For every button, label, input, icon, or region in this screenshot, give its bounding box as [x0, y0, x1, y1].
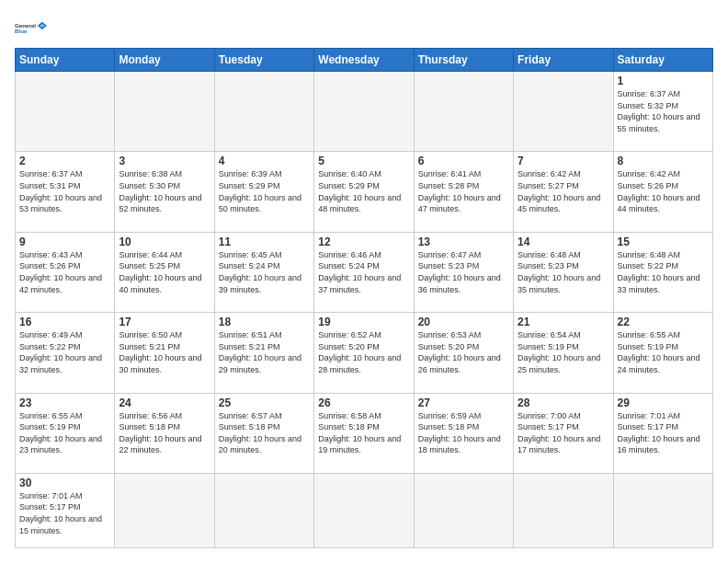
day-info: Sunrise: 7:01 AM Sunset: 5:17 PM Dayligh… — [19, 490, 110, 536]
calendar-cell — [414, 72, 513, 152]
calendar-cell — [115, 473, 214, 547]
calendar-cell: 9Sunrise: 6:43 AM Sunset: 5:26 PM Daylig… — [16, 232, 115, 312]
day-info: Sunrise: 6:41 AM Sunset: 5:28 PM Dayligh… — [418, 168, 509, 214]
day-number: 15 — [618, 236, 709, 248]
svg-text:Blue: Blue — [15, 28, 28, 34]
day-number: 30 — [19, 477, 110, 489]
day-info: Sunrise: 6:40 AM Sunset: 5:29 PM Dayligh… — [318, 168, 409, 214]
day-info: Sunrise: 6:48 AM Sunset: 5:22 PM Dayligh… — [618, 249, 709, 295]
week-row-2: 2Sunrise: 6:37 AM Sunset: 5:31 PM Daylig… — [16, 152, 713, 232]
calendar-cell — [314, 72, 414, 152]
day-info: Sunrise: 6:52 AM Sunset: 5:20 PM Dayligh… — [318, 329, 409, 375]
day-info: Sunrise: 6:55 AM Sunset: 5:19 PM Dayligh… — [618, 329, 709, 375]
calendar-cell: 16Sunrise: 6:49 AM Sunset: 5:22 PM Dayli… — [16, 313, 115, 393]
day-info: Sunrise: 6:50 AM Sunset: 5:21 PM Dayligh… — [119, 329, 210, 375]
calendar-cell — [613, 473, 712, 547]
calendar-cell: 3Sunrise: 6:38 AM Sunset: 5:30 PM Daylig… — [115, 152, 214, 232]
calendar-cell: 17Sunrise: 6:50 AM Sunset: 5:21 PM Dayli… — [115, 313, 214, 393]
page: General Blue SundayMondayTuesdayWednesda… — [0, 0, 728, 563]
day-number: 8 — [618, 155, 709, 167]
day-number: 21 — [518, 316, 609, 328]
day-info: Sunrise: 6:48 AM Sunset: 5:23 PM Dayligh… — [518, 249, 609, 295]
calendar-cell — [16, 72, 115, 152]
day-number: 14 — [518, 236, 609, 248]
day-number: 12 — [318, 236, 409, 248]
calendar-cell: 22Sunrise: 6:55 AM Sunset: 5:19 PM Dayli… — [613, 313, 712, 393]
day-number: 4 — [219, 155, 310, 167]
day-info: Sunrise: 7:01 AM Sunset: 5:17 PM Dayligh… — [618, 410, 709, 456]
day-info: Sunrise: 6:56 AM Sunset: 5:18 PM Dayligh… — [119, 410, 210, 456]
day-number: 3 — [119, 155, 210, 167]
week-row-6: 30Sunrise: 7:01 AM Sunset: 5:17 PM Dayli… — [16, 473, 713, 547]
calendar-cell: 25Sunrise: 6:57 AM Sunset: 5:18 PM Dayli… — [214, 393, 313, 473]
calendar-cell: 12Sunrise: 6:46 AM Sunset: 5:24 PM Dayli… — [314, 232, 414, 312]
day-header-sunday: Sunday — [16, 49, 115, 72]
calendar-cell — [214, 72, 313, 152]
calendar-cell: 4Sunrise: 6:39 AM Sunset: 5:29 PM Daylig… — [214, 152, 313, 232]
calendar-cell: 19Sunrise: 6:52 AM Sunset: 5:20 PM Dayli… — [314, 313, 414, 393]
day-number: 13 — [418, 236, 509, 248]
day-info: Sunrise: 6:45 AM Sunset: 5:24 PM Dayligh… — [219, 249, 310, 295]
calendar-cell: 27Sunrise: 6:59 AM Sunset: 5:18 PM Dayli… — [414, 393, 513, 473]
day-number: 7 — [518, 155, 609, 167]
day-header-wednesday: Wednesday — [314, 49, 414, 72]
calendar-cell: 20Sunrise: 6:53 AM Sunset: 5:20 PM Dayli… — [414, 313, 513, 393]
calendar-cell: 13Sunrise: 6:47 AM Sunset: 5:23 PM Dayli… — [414, 232, 513, 312]
calendar-cell — [314, 473, 414, 547]
calendar-cell: 10Sunrise: 6:44 AM Sunset: 5:25 PM Dayli… — [115, 232, 214, 312]
day-info: Sunrise: 6:42 AM Sunset: 5:26 PM Dayligh… — [618, 168, 709, 214]
day-number: 24 — [119, 396, 210, 409]
day-info: Sunrise: 6:37 AM Sunset: 5:32 PM Dayligh… — [618, 88, 709, 134]
calendar-cell: 15Sunrise: 6:48 AM Sunset: 5:22 PM Dayli… — [613, 232, 712, 312]
calendar-cell: 28Sunrise: 7:00 AM Sunset: 5:17 PM Dayli… — [514, 393, 613, 473]
day-number: 27 — [418, 396, 509, 409]
calendar-cell: 29Sunrise: 7:01 AM Sunset: 5:17 PM Dayli… — [613, 393, 712, 473]
day-number: 29 — [618, 396, 709, 409]
day-info: Sunrise: 6:44 AM Sunset: 5:25 PM Dayligh… — [119, 249, 210, 295]
week-row-5: 23Sunrise: 6:55 AM Sunset: 5:19 PM Dayli… — [16, 393, 713, 473]
day-number: 20 — [418, 316, 509, 328]
day-info: Sunrise: 6:51 AM Sunset: 5:21 PM Dayligh… — [219, 329, 310, 375]
day-info: Sunrise: 6:47 AM Sunset: 5:23 PM Dayligh… — [418, 249, 509, 295]
day-info: Sunrise: 6:49 AM Sunset: 5:22 PM Dayligh… — [19, 329, 110, 375]
calendar-cell: 1Sunrise: 6:37 AM Sunset: 5:32 PM Daylig… — [613, 72, 712, 152]
day-number: 16 — [19, 316, 110, 328]
day-header-monday: Monday — [115, 49, 214, 72]
logo: General Blue — [15, 15, 48, 40]
day-info: Sunrise: 6:38 AM Sunset: 5:30 PM Dayligh… — [119, 168, 210, 214]
day-info: Sunrise: 6:46 AM Sunset: 5:24 PM Dayligh… — [318, 249, 409, 295]
day-info: Sunrise: 6:42 AM Sunset: 5:27 PM Dayligh… — [518, 168, 609, 214]
day-header-friday: Friday — [514, 49, 613, 72]
calendar-cell: 7Sunrise: 6:42 AM Sunset: 5:27 PM Daylig… — [514, 152, 613, 232]
calendar-cell: 21Sunrise: 6:54 AM Sunset: 5:19 PM Dayli… — [514, 313, 613, 393]
day-number: 11 — [219, 236, 310, 248]
calendar-cell — [514, 72, 613, 152]
header-row: SundayMondayTuesdayWednesdayThursdayFrid… — [16, 49, 713, 72]
day-info: Sunrise: 7:00 AM Sunset: 5:17 PM Dayligh… — [518, 410, 609, 456]
day-header-tuesday: Tuesday — [214, 49, 313, 72]
calendar-cell: 5Sunrise: 6:40 AM Sunset: 5:29 PM Daylig… — [314, 152, 414, 232]
calendar-cell — [414, 473, 513, 547]
day-number: 18 — [219, 316, 310, 328]
day-number: 25 — [219, 396, 310, 409]
week-row-3: 9Sunrise: 6:43 AM Sunset: 5:26 PM Daylig… — [16, 232, 713, 312]
calendar-cell — [214, 473, 313, 547]
day-number: 23 — [19, 396, 110, 409]
header: General Blue — [15, 15, 713, 40]
day-number: 19 — [318, 316, 409, 328]
day-info: Sunrise: 6:57 AM Sunset: 5:18 PM Dayligh… — [219, 410, 310, 456]
day-info: Sunrise: 6:53 AM Sunset: 5:20 PM Dayligh… — [418, 329, 509, 375]
day-number: 2 — [19, 155, 110, 167]
day-number: 9 — [19, 236, 110, 248]
day-number: 5 — [318, 155, 409, 167]
week-row-1: 1Sunrise: 6:37 AM Sunset: 5:32 PM Daylig… — [16, 72, 713, 152]
day-number: 6 — [418, 155, 509, 167]
day-header-saturday: Saturday — [613, 49, 712, 72]
calendar-cell — [115, 72, 214, 152]
day-number: 26 — [318, 396, 409, 409]
calendar-table: SundayMondayTuesdayWednesdayThursdayFrid… — [15, 48, 713, 548]
week-row-4: 16Sunrise: 6:49 AM Sunset: 5:22 PM Dayli… — [16, 313, 713, 393]
day-info: Sunrise: 6:55 AM Sunset: 5:19 PM Dayligh… — [19, 410, 110, 456]
day-number: 1 — [618, 75, 709, 87]
logo-icon: General Blue — [15, 15, 48, 40]
